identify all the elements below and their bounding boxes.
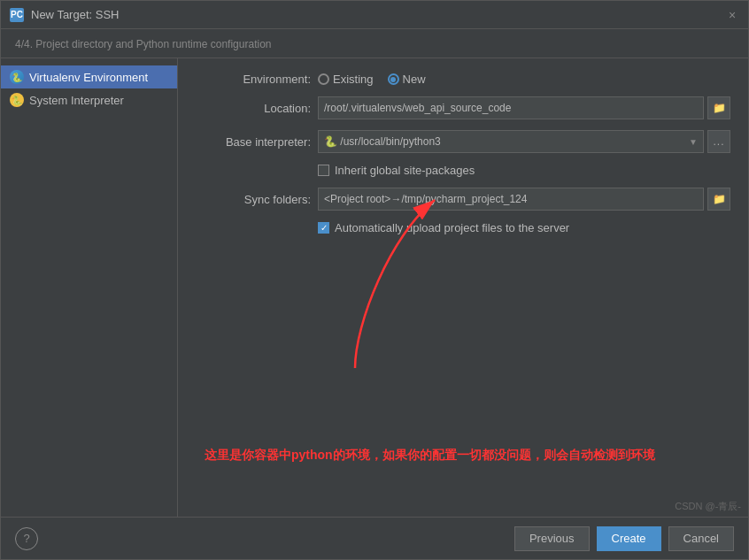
existing-radio-item[interactable]: Existing	[318, 73, 374, 86]
main-panel: Environment: Existing New Location:	[178, 58, 748, 517]
previous-button[interactable]: Previous	[514, 526, 590, 551]
sync-folders-group: Sync folders: 📁	[196, 188, 730, 211]
sync-folders-input[interactable]	[318, 188, 704, 211]
base-interpreter-select-wrapper: 🐍 /usr/local/bin/python3 ▼ ...	[318, 130, 730, 153]
python-icon: 🐍	[10, 93, 24, 107]
content-area: 🐍 Virtualenv Environment 🐍 System Interp…	[1, 58, 748, 517]
auto-upload-label: Automatically upload project files to th…	[335, 221, 569, 234]
sync-folders-input-wrapper: 📁	[318, 188, 730, 211]
inherit-checkbox-label: Inherit global site-packages	[335, 164, 475, 177]
sync-folders-folder-button[interactable]: 📁	[707, 188, 730, 211]
close-button[interactable]: ×	[725, 8, 739, 22]
new-radio-item[interactable]: New	[388, 73, 426, 86]
base-interpreter-value: 🐍 /usr/local/bin/python3	[324, 135, 441, 148]
base-interpreter-group: Base interpreter: 🐍 /usr/local/bin/pytho…	[196, 130, 730, 153]
auto-upload-checkbox-group: Automatically upload project files to th…	[318, 221, 730, 234]
title-bar: PC New Target: SSH ×	[1, 1, 748, 29]
base-interpreter-more-button[interactable]: ...	[707, 130, 730, 153]
subtitle-text: 4/4. Project directory and Python runtim…	[15, 38, 272, 50]
existing-radio-input[interactable]	[318, 73, 329, 85]
base-interpreter-select[interactable]: 🐍 /usr/local/bin/python3 ▼	[318, 130, 704, 153]
environment-label: Environment:	[196, 73, 311, 86]
footer-left: ?	[15, 527, 38, 550]
location-input[interactable]	[318, 96, 704, 119]
sidebar-item-system-interpreter[interactable]: 🐍 System Interpreter	[1, 88, 177, 111]
watermark: CSDN @-青辰-	[675, 500, 741, 513]
sidebar-item-virtualenv[interactable]: 🐍 Virtualenv Environment	[1, 65, 177, 88]
new-radio-label: New	[403, 73, 426, 86]
inherit-checkbox-group: Inherit global site-packages	[318, 164, 730, 177]
create-button[interactable]: Create	[597, 526, 661, 551]
location-label: Location:	[196, 102, 311, 115]
cancel-button[interactable]: Cancel	[668, 526, 734, 551]
sidebar-item-virtualenv-label: Virtualenv Environment	[29, 71, 148, 84]
select-arrow-icon: ▼	[689, 137, 698, 147]
sidebar-item-system-label: System Interpreter	[29, 94, 124, 107]
environment-radio-group: Existing New	[318, 73, 426, 86]
dialog: PC New Target: SSH × 4/4. Project direct…	[0, 0, 749, 560]
sync-folders-label: Sync folders:	[196, 193, 311, 206]
location-folder-button[interactable]: 📁	[707, 96, 730, 119]
footer: ? Previous Create Cancel	[1, 517, 748, 559]
annotation-text: 这里是你容器中python的环境，如果你的配置一切都没问题，则会自动检测到环境	[205, 448, 655, 464]
dialog-title: New Target: SSH	[31, 8, 725, 21]
footer-right: Previous Create Cancel	[514, 526, 734, 551]
existing-radio-label: Existing	[333, 73, 374, 86]
arrow-annotation	[320, 147, 497, 412]
environment-group: Environment: Existing New	[196, 73, 730, 86]
inherit-checkbox[interactable]	[318, 165, 329, 176]
virtualenv-icon: 🐍	[10, 70, 24, 84]
subtitle-bar: 4/4. Project directory and Python runtim…	[1, 29, 748, 58]
app-icon: PC	[10, 8, 24, 22]
new-radio-input[interactable]	[388, 73, 399, 85]
help-button[interactable]: ?	[15, 527, 38, 550]
location-input-wrapper: 📁	[318, 96, 730, 119]
base-interpreter-label: Base interpreter:	[196, 135, 311, 149]
location-group: Location: 📁	[196, 96, 730, 119]
sidebar: 🐍 Virtualenv Environment 🐍 System Interp…	[1, 58, 178, 517]
auto-upload-checkbox[interactable]	[318, 222, 329, 234]
